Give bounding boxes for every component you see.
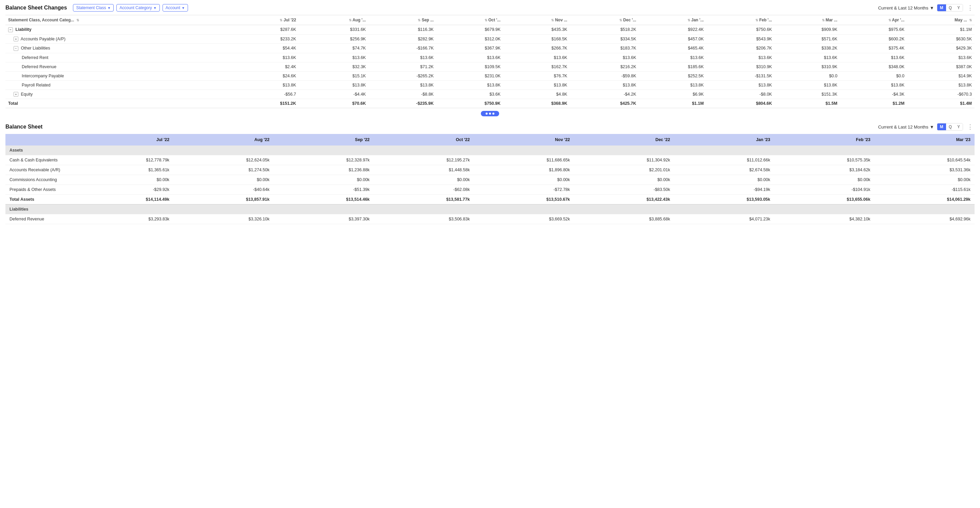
sort-icon[interactable]: ⇅ (822, 18, 824, 22)
header-right: Current & Last 12 Months ▼ M Q Y ⋮ (878, 123, 975, 130)
row-label: Deferred Revenue (5, 214, 73, 224)
sort-icon[interactable]: ⇅ (619, 18, 622, 22)
table-row: + Accounts Payable (A/P) $233.2K $256.9K… (5, 34, 975, 44)
row-label: Accounts Receivable (A/R) (5, 165, 73, 175)
assets-group-header: Assets (5, 146, 975, 155)
col-header-jul22: Jul '22 (73, 134, 173, 146)
header-left: Balance Sheet Changes Statement Class ▼ … (5, 4, 188, 11)
chevron-down-icon: ▼ (181, 6, 185, 10)
pagination-dots[interactable] (0, 108, 980, 119)
total-row: Total $151.2K $70.6K -$235.9K $750.9K $3… (5, 99, 975, 108)
row-label: Deferred Rent (5, 53, 231, 62)
col-header-mar23: Mar '23 (875, 134, 975, 146)
col-header-dec22: Dec '22 (574, 134, 674, 146)
col-header-dec22: ⇅ Dec '... (570, 15, 639, 25)
liabilities-label: Liabilities (5, 205, 975, 214)
chevron-down-icon: ▼ (930, 5, 934, 11)
sort-icon[interactable]: ⇅ (418, 18, 420, 22)
col-header-nov22: ⇅ Nov ... (503, 15, 570, 25)
period-month-btn[interactable]: M (937, 5, 946, 11)
balance-sheet-header: Balance Sheet Current & Last 12 Months ▼… (5, 123, 975, 130)
period-selector[interactable]: Current & Last 12 Months ▼ (878, 124, 934, 130)
sort-icon[interactable]: ⇅ (280, 18, 282, 22)
table-row: Accounts Receivable (A/R) $1,365.61k $1,… (5, 165, 975, 175)
balance-sheet-header-row: Jul '22 Aug '22 Sep '22 Oct '22 Nov '22 … (5, 134, 975, 146)
chevron-down-icon: ▼ (930, 124, 934, 130)
col-header-jan23: Jan '23 (674, 134, 774, 146)
header-right: Current & Last 12 Months ▼ M Q Y ⋮ (878, 4, 975, 11)
row-label: Payroll Related (5, 80, 231, 89)
section-header: Balance Sheet Changes Statement Class ▼ … (5, 4, 975, 11)
statement-class-filter[interactable]: Statement Class ▼ (73, 4, 114, 11)
period-month-btn[interactable]: M (937, 124, 946, 130)
col-header-jul22: ⇅ Jul '22 (231, 15, 299, 25)
col-header-aug22: ⇅ Aug '... (299, 15, 369, 25)
col-header-sep22: Sep '22 (274, 134, 374, 146)
period-toggle: M Q Y (937, 123, 963, 130)
col-header-aug22: Aug '22 (173, 134, 274, 146)
balance-sheet-changes-section: Balance Sheet Changes Statement Class ▼ … (0, 0, 980, 108)
total-label: Total (5, 99, 231, 108)
row-label: Cash & Cash Equivalents (5, 155, 73, 165)
col-header-name (5, 134, 73, 146)
dots-pill (481, 111, 499, 116)
table-row: + Equity -$56.7 -$4.4K -$8.8K $3.6K $4.8… (5, 89, 975, 99)
table-row: Payroll Related $13.8K $13.8K $13.8K $13… (5, 80, 975, 89)
col-header-feb23: ⇅ Feb '... (706, 15, 775, 25)
col-header-oct22: ⇅ Oct '... (436, 15, 503, 25)
period-toggle: M Q Y (937, 4, 963, 11)
dot-3 (492, 113, 495, 114)
table-row: − Other Liabilities $54.4K $74.7K -$166.… (5, 44, 975, 53)
more-options-button[interactable]: ⋮ (966, 123, 975, 130)
table-row: Cash & Cash Equivalents $12,778.79k $12,… (5, 155, 975, 165)
table-row: Prepaids & Other Assets -$29.92k -$40.64… (5, 185, 975, 195)
chevron-down-icon: ▼ (107, 6, 111, 10)
col-header-apr23: ⇅ Apr '... (840, 15, 907, 25)
row-label: + Accounts Payable (A/P) (5, 34, 231, 44)
row-label: Commissions Accounting (5, 175, 73, 185)
table-row: Commissions Accounting $0.00k $0.00k $0.… (5, 175, 975, 185)
chevron-down-icon: ▼ (153, 6, 157, 10)
period-selector[interactable]: Current & Last 12 Months ▼ (878, 5, 934, 11)
balance-sheet-title: Balance Sheet (5, 124, 42, 130)
col-header-name: Statement Class, Account Categ... ⇅ (5, 15, 231, 25)
table-header-row: Statement Class, Account Categ... ⇅ ⇅ Ju… (5, 15, 975, 25)
row-label: Deferred Revenue (5, 62, 231, 71)
col-header-oct22: Oct '22 (374, 134, 474, 146)
header-left: Balance Sheet (5, 124, 46, 130)
total-assets-label: Total Assets (5, 195, 73, 205)
assets-label: Assets (5, 146, 975, 155)
collapse-button[interactable]: − (8, 27, 13, 32)
sort-icon[interactable]: ⇅ (551, 18, 554, 22)
expand-button[interactable]: + (14, 92, 18, 97)
sort-icon[interactable]: ⇅ (687, 18, 690, 22)
period-quarter-btn[interactable]: Q (946, 5, 955, 11)
col-header-jan23: ⇅ Jan '... (639, 15, 706, 25)
sort-icon[interactable]: ⇅ (969, 18, 972, 22)
sort-icon[interactable]: ⇅ (485, 18, 487, 22)
account-category-filter[interactable]: Account Category ▼ (116, 4, 159, 11)
account-filter[interactable]: Account ▼ (162, 4, 188, 11)
more-options-button[interactable]: ⋮ (966, 4, 975, 11)
dot-2 (489, 113, 491, 114)
sort-icon[interactable]: ⇅ (888, 18, 891, 22)
table-row: − Liability $287.6K $331.6K $116.3K $679… (5, 25, 975, 35)
dot-1 (485, 113, 488, 114)
table-row: Intercompany Payable $24.6K $15.1K -$265… (5, 71, 975, 80)
col-header-nov22: Nov '22 (474, 134, 574, 146)
sort-icon[interactable]: ⇅ (349, 18, 352, 22)
collapse-button[interactable]: − (14, 46, 18, 51)
period-year-btn[interactable]: Y (955, 5, 963, 11)
row-label: − Liability (5, 25, 231, 35)
balance-sheet-changes-title: Balance Sheet Changes (5, 5, 67, 11)
period-quarter-btn[interactable]: Q (946, 124, 955, 130)
expand-button[interactable]: + (14, 37, 18, 41)
sort-icon[interactable]: ⇅ (756, 18, 758, 22)
col-header-feb23: Feb '23 (774, 134, 875, 146)
row-label: + Equity (5, 89, 231, 99)
sort-icon[interactable]: ⇅ (76, 18, 79, 22)
period-year-btn[interactable]: Y (955, 124, 963, 130)
row-label: Intercompany Payable (5, 71, 231, 80)
row-label: Prepaids & Other Assets (5, 185, 73, 195)
balance-sheet-section: Balance Sheet Current & Last 12 Months ▼… (0, 119, 980, 224)
